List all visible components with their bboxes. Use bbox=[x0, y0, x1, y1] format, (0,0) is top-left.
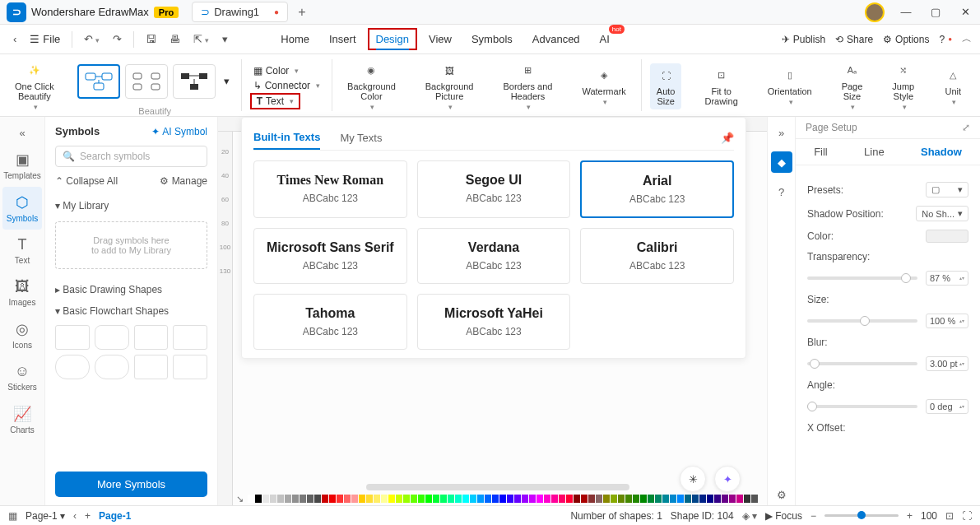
color-swatch[interactable] bbox=[300, 495, 306, 503]
focus-button[interactable]: ▶ Focus bbox=[765, 510, 802, 522]
page-dropdown[interactable]: Page-1 ▾ bbox=[26, 510, 65, 522]
tab-shadow[interactable]: Shadow bbox=[916, 139, 967, 165]
font-card-segoe-ui[interactable]: Segoe UIABCabc 123 bbox=[417, 160, 571, 218]
color-swatch[interactable] bbox=[611, 495, 617, 503]
user-avatar[interactable] bbox=[865, 2, 885, 22]
shape-pill[interactable] bbox=[55, 355, 90, 379]
color-swatch[interactable] bbox=[559, 495, 565, 503]
bg-picture-button[interactable]: 🖼Background Picture bbox=[419, 58, 481, 114]
color-swatch[interactable] bbox=[699, 495, 706, 503]
ai-tool-1-button[interactable]: ✳ bbox=[680, 466, 706, 492]
layout-style-2[interactable] bbox=[125, 64, 168, 99]
color-swatch[interactable] bbox=[462, 495, 469, 503]
shape-oval[interactable] bbox=[95, 355, 129, 379]
jump-style-button[interactable]: ⤭Jump Style bbox=[885, 58, 921, 114]
canvas[interactable]: 20406080100130 Built-in Texts My Texts 📌… bbox=[218, 117, 767, 505]
rail-symbols[interactable]: ⬡Symbols bbox=[2, 187, 42, 230]
share-button[interactable]: ⟲Share bbox=[835, 34, 873, 45]
rail-charts[interactable]: 📈Charts bbox=[2, 398, 42, 441]
file-menu[interactable]: ☰File bbox=[25, 30, 65, 49]
document-tab[interactable]: ⊃ Drawing1 ● bbox=[192, 2, 288, 22]
layout-more[interactable]: ▾ bbox=[221, 72, 233, 91]
color-swatch[interactable] bbox=[411, 495, 417, 503]
manage-button[interactable]: ⚙ Manage bbox=[160, 175, 207, 187]
window-minimize-button[interactable]: — bbox=[891, 1, 921, 24]
color-swatch[interactable] bbox=[374, 495, 380, 503]
layout-style-1[interactable] bbox=[77, 64, 120, 99]
shape-flag[interactable] bbox=[173, 325, 207, 350]
color-swatch[interactable] bbox=[529, 495, 536, 503]
color-swatch[interactable] bbox=[322, 495, 328, 503]
right-settings-tool[interactable]: ⚙ bbox=[771, 484, 792, 505]
color-swatch[interactable] bbox=[574, 495, 580, 503]
color-swatch[interactable] bbox=[744, 495, 750, 503]
color-swatch[interactable] bbox=[507, 495, 513, 503]
menu-design[interactable]: Design bbox=[368, 28, 417, 50]
font-card-microsoft-yahei[interactable]: Microsoft YaHeiABCabc 123 bbox=[417, 294, 571, 350]
left-rail-collapse-button[interactable]: « bbox=[14, 122, 30, 144]
page-tab-1[interactable]: Page-1 bbox=[99, 510, 131, 522]
fit-drawing-button[interactable]: ⊡Fit to Drawing bbox=[698, 63, 744, 109]
color-swatch[interactable] bbox=[455, 495, 462, 503]
tab-fill[interactable]: Fill bbox=[809, 139, 833, 165]
color-swatch[interactable] bbox=[388, 495, 395, 503]
blur-value[interactable]: 3.00 pt▴▾ bbox=[926, 356, 968, 371]
layout-style-3[interactable] bbox=[173, 64, 216, 99]
my-library-section[interactable]: ▾ My Library bbox=[55, 195, 207, 216]
color-swatch[interactable] bbox=[692, 495, 699, 503]
fit-page-button[interactable]: ⊡ bbox=[945, 510, 954, 522]
color-swatch[interactable] bbox=[329, 495, 336, 503]
color-swatch[interactable] bbox=[618, 495, 625, 503]
menu-insert[interactable]: Insert bbox=[321, 28, 365, 50]
color-swatch[interactable] bbox=[314, 495, 321, 503]
shape-doc[interactable] bbox=[134, 355, 169, 379]
font-card-microsoft-sans-serif[interactable]: Microsoft Sans SerifABCabc 123 bbox=[253, 228, 407, 284]
options-button[interactable]: ⚙Options bbox=[883, 34, 929, 45]
shadow-position-dropdown[interactable]: No Sh...▾ bbox=[916, 206, 968, 221]
color-swatch[interactable] bbox=[633, 495, 639, 503]
undo-button[interactable]: ↶ bbox=[79, 30, 105, 49]
page-setup-expand[interactable]: ⤢ bbox=[962, 122, 970, 133]
color-swatch[interactable] bbox=[492, 495, 499, 503]
zoom-out-button[interactable]: − bbox=[810, 510, 816, 522]
color-swatch[interactable] bbox=[285, 495, 291, 503]
bg-color-button[interactable]: ◉Background Color bbox=[341, 58, 402, 114]
color-swatch[interactable] bbox=[603, 495, 610, 503]
color-swatch[interactable] bbox=[403, 495, 410, 503]
color-swatch[interactable] bbox=[685, 495, 691, 503]
fullscreen-button[interactable]: ⛶ bbox=[962, 510, 972, 522]
basic-drawing-section[interactable]: ▸ Basic Drawing Shapes bbox=[55, 279, 207, 300]
add-page-button[interactable]: + bbox=[85, 510, 91, 522]
blur-slider[interactable] bbox=[807, 362, 917, 365]
color-swatch[interactable] bbox=[926, 230, 968, 243]
color-swatch[interactable] bbox=[337, 495, 343, 503]
basic-flowchart-section[interactable]: ▾ Basic Flowchart Shapes bbox=[55, 300, 207, 322]
zoom-slider[interactable] bbox=[824, 514, 899, 517]
builtin-texts-tab[interactable]: Built-in Texts bbox=[253, 126, 320, 150]
grid-toggle-button[interactable]: ▦ bbox=[8, 510, 17, 522]
collapse-ribbon-button[interactable]: ︿ bbox=[962, 32, 972, 46]
rail-text[interactable]: TText bbox=[2, 230, 42, 272]
prev-page-button[interactable]: ‹ bbox=[73, 510, 77, 522]
color-swatch[interactable] bbox=[470, 495, 476, 503]
zoom-in-button[interactable]: + bbox=[907, 510, 913, 522]
color-swatch[interactable] bbox=[596, 495, 602, 503]
color-swatch[interactable] bbox=[722, 495, 728, 503]
color-swatch[interactable] bbox=[344, 495, 351, 503]
right-fill-tool[interactable]: ◆ bbox=[771, 151, 792, 173]
angle-value[interactable]: 0 deg▴▾ bbox=[926, 399, 968, 414]
save-button[interactable]: 🖫 bbox=[141, 30, 161, 49]
color-swatch[interactable] bbox=[581, 495, 588, 503]
color-swatch[interactable] bbox=[270, 495, 276, 503]
color-swatch[interactable] bbox=[522, 495, 528, 503]
color-swatch[interactable] bbox=[351, 495, 358, 503]
color-dropdown[interactable]: ▦Color bbox=[250, 63, 303, 78]
unit-button[interactable]: △Unit bbox=[937, 63, 968, 109]
color-swatch[interactable] bbox=[262, 495, 269, 503]
color-swatch[interactable] bbox=[670, 495, 676, 503]
menu-ai[interactable]: AIhot bbox=[592, 28, 618, 50]
menu-advanced[interactable]: Advanced bbox=[524, 28, 588, 50]
color-swatch[interactable] bbox=[729, 495, 736, 503]
window-maximize-button[interactable]: ▢ bbox=[921, 1, 950, 24]
color-swatch[interactable] bbox=[433, 495, 439, 503]
